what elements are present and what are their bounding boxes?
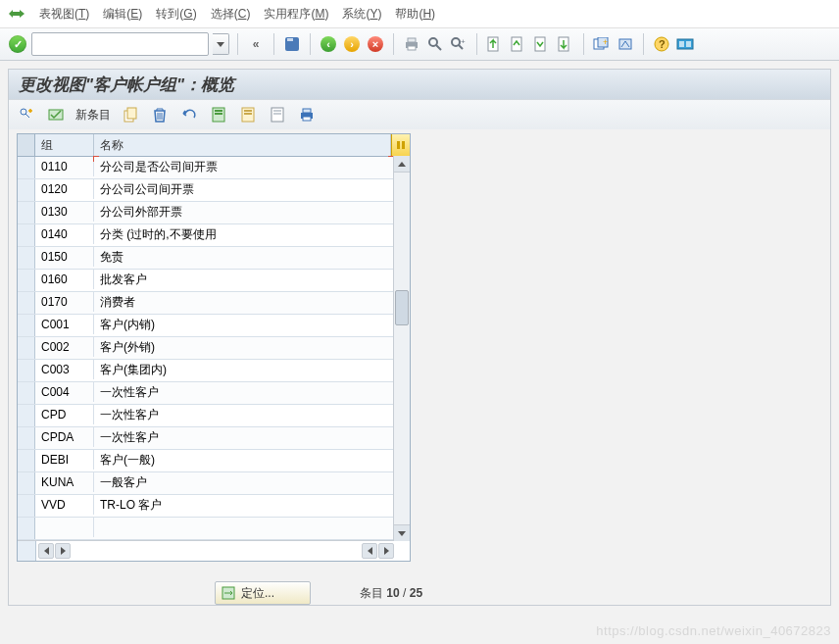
command-field[interactable]: [31, 32, 209, 56]
cell-code[interactable]: [35, 405, 94, 424]
cell-name[interactable]: [94, 270, 393, 289]
cell-name[interactable]: [94, 247, 393, 267]
row-selector[interactable]: [18, 427, 35, 449]
cell-code[interactable]: [35, 360, 94, 379]
cell-name[interactable]: [94, 179, 393, 199]
row-selector-header[interactable]: [18, 134, 35, 156]
cell-code[interactable]: [35, 202, 94, 222]
row-selector[interactable]: [18, 495, 35, 517]
cell-code[interactable]: [35, 382, 94, 402]
menu-table-view[interactable]: 表视图(T): [39, 6, 89, 23]
nav-back-button[interactable]: ‹: [319, 34, 338, 54]
row-selector[interactable]: [18, 450, 35, 471]
cell-code[interactable]: [35, 247, 94, 267]
row-selector[interactable]: [18, 337, 35, 359]
row-selector[interactable]: [18, 518, 35, 539]
vscroll-up-button[interactable]: [394, 156, 410, 173]
cell-code[interactable]: [35, 427, 94, 447]
cell-name[interactable]: [94, 360, 393, 379]
save-button[interactable]: [282, 34, 302, 54]
last-page-button[interactable]: [556, 34, 575, 54]
cell-name[interactable]: [94, 337, 393, 357]
copy-button[interactable]: [121, 105, 140, 124]
cell-code[interactable]: [35, 270, 94, 289]
row-selector[interactable]: [18, 382, 35, 404]
shortcut-button[interactable]: [616, 34, 635, 54]
cell-name[interactable]: [94, 405, 393, 424]
table-config-button[interactable]: [391, 134, 410, 156]
cell-code[interactable]: [35, 337, 94, 357]
enter-button[interactable]: [8, 34, 27, 54]
cell-name[interactable]: [94, 292, 393, 312]
row-selector[interactable]: [18, 472, 35, 494]
cell-code[interactable]: [35, 224, 94, 244]
row-selector[interactable]: [18, 315, 35, 336]
row-selector[interactable]: [18, 360, 35, 381]
menu-select[interactable]: 选择(C): [211, 6, 251, 23]
cell-name[interactable]: [94, 224, 393, 244]
cell-code[interactable]: [35, 292, 94, 312]
menu-edit[interactable]: 编辑(E): [103, 6, 142, 23]
expand-hierarchy-button[interactable]: [17, 105, 36, 124]
layout-button[interactable]: [675, 34, 695, 54]
hscroll-right-end-button[interactable]: [378, 543, 394, 559]
cell-name[interactable]: [94, 450, 393, 470]
row-selector[interactable]: [18, 405, 35, 426]
menu-system[interactable]: 系统(Y): [342, 6, 381, 23]
cell-name[interactable]: [94, 315, 393, 334]
print-view-button[interactable]: [297, 105, 317, 124]
new-entries-button[interactable]: 新条目: [75, 107, 111, 124]
undo-button[interactable]: [179, 105, 199, 124]
row-selector[interactable]: [18, 292, 35, 314]
prev-page-button[interactable]: [509, 34, 528, 54]
deselect-block-button[interactable]: [238, 105, 258, 124]
menu-help[interactable]: 帮助(H): [395, 6, 435, 23]
cell-name[interactable]: [94, 518, 393, 537]
help-button[interactable]: ?: [652, 34, 671, 54]
cell-name[interactable]: [94, 382, 393, 402]
first-page-button[interactable]: [485, 34, 505, 54]
export-button[interactable]: [268, 105, 287, 124]
vscroll-down-button[interactable]: [394, 524, 410, 541]
nav-cancel-button[interactable]: ×: [366, 34, 385, 54]
find-button[interactable]: [425, 34, 445, 54]
cell-name[interactable]: [94, 472, 393, 492]
cell-code[interactable]: [35, 315, 94, 334]
hscroll-left-button[interactable]: [38, 543, 54, 559]
row-selector[interactable]: [18, 179, 35, 201]
cell-name[interactable]: [94, 495, 393, 515]
select-all-button[interactable]: [46, 105, 66, 124]
column-header-code[interactable]: 组: [35, 134, 94, 156]
delete-button[interactable]: [150, 105, 170, 124]
row-selector[interactable]: [18, 224, 35, 246]
cell-code[interactable]: [35, 518, 94, 537]
menu-goto[interactable]: 转到(G): [156, 6, 196, 23]
cell-code[interactable]: [35, 472, 94, 492]
column-header-name[interactable]: 名称: [94, 134, 391, 156]
row-selector[interactable]: [18, 157, 35, 178]
cell-code[interactable]: [35, 495, 94, 515]
nav-exit-button[interactable]: ›: [342, 34, 362, 54]
row-selector[interactable]: [18, 202, 35, 223]
cell-code[interactable]: [35, 450, 94, 470]
cell-code[interactable]: [35, 157, 94, 176]
row-selector[interactable]: [18, 270, 35, 291]
cell-code[interactable]: [35, 179, 94, 199]
find-next-button[interactable]: +: [449, 34, 469, 54]
table-vertical-scroll[interactable]: [393, 156, 410, 541]
sap-menu-icon[interactable]: [8, 7, 25, 21]
menu-utilities[interactable]: 实用程序(M): [264, 6, 328, 23]
select-block-button[interactable]: [209, 105, 228, 124]
cell-name[interactable]: [94, 157, 393, 176]
back-history-button[interactable]: «: [246, 34, 266, 54]
hscroll-right-button[interactable]: [55, 543, 71, 559]
new-session-button[interactable]: +: [592, 34, 612, 54]
vscroll-thumb[interactable]: [395, 290, 409, 325]
command-history-button[interactable]: [213, 33, 229, 55]
next-page-button[interactable]: [532, 34, 552, 54]
position-button[interactable]: 定位...: [215, 581, 311, 605]
cell-name[interactable]: [94, 427, 393, 447]
row-selector[interactable]: [18, 247, 35, 269]
hscroll-left-end-button[interactable]: [362, 543, 377, 559]
cell-name[interactable]: [94, 202, 393, 222]
